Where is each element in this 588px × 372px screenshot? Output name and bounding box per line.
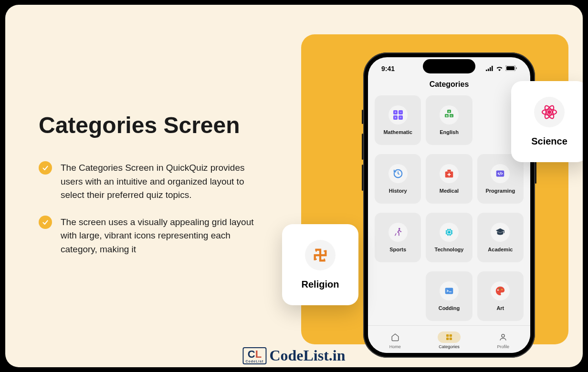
terminal-icon xyxy=(440,281,459,300)
svg-rect-27 xyxy=(448,231,450,233)
svg-point-25 xyxy=(399,228,400,230)
category-tile-mathematic[interactable]: +−×÷ Mathematic xyxy=(375,95,421,145)
grid-icon xyxy=(438,331,461,343)
svg-point-29 xyxy=(497,289,499,291)
phone-side-button xyxy=(362,165,363,191)
svg-rect-3 xyxy=(492,66,493,71)
phone-mockup: 9:41 Categories xyxy=(363,52,535,358)
category-tile-art[interactable]: Art xyxy=(477,271,524,321)
category-tile-codding[interactable]: Codding xyxy=(426,271,472,321)
category-label: History xyxy=(389,188,407,194)
svg-rect-28 xyxy=(445,288,453,294)
home-icon xyxy=(384,331,407,343)
code-icon xyxy=(491,164,510,183)
category-label: Art xyxy=(496,305,504,311)
swastika-icon xyxy=(305,240,336,270)
user-icon xyxy=(492,331,514,343)
nav-label: Home xyxy=(389,344,401,349)
svg-rect-2 xyxy=(490,67,491,71)
status-indicators xyxy=(486,65,517,72)
cap-icon xyxy=(491,223,510,242)
svg-point-36 xyxy=(502,334,504,337)
svg-rect-32 xyxy=(446,334,449,337)
svg-rect-5 xyxy=(506,66,514,70)
nav-categories[interactable]: Categories xyxy=(438,331,461,349)
svg-text:+: + xyxy=(394,111,396,114)
clock-icon xyxy=(388,164,408,183)
callout-label: Science xyxy=(531,136,567,147)
category-tile-technology[interactable]: Technology xyxy=(426,213,472,262)
nav-home[interactable]: Home xyxy=(384,331,407,349)
abc-icon: ABC xyxy=(440,105,459,124)
medkit-icon xyxy=(440,164,459,183)
chip-icon xyxy=(440,223,459,242)
callout-science: Science xyxy=(511,81,583,162)
wifi-icon xyxy=(496,65,503,72)
nav-label: Categories xyxy=(439,344,460,349)
bullet-text: The Categories Screen in QuickQuiz provi… xyxy=(61,161,261,202)
feature-bullet: The screen uses a visually appealing gri… xyxy=(39,216,296,257)
phone-side-button xyxy=(362,110,363,124)
watermark-text: CodeList.in xyxy=(269,347,345,364)
category-tile-medical[interactable]: Medical xyxy=(426,154,472,204)
svg-text:−: − xyxy=(399,111,401,114)
feature-list: The Categories Screen in QuickQuiz provi… xyxy=(39,161,296,269)
svg-rect-6 xyxy=(516,67,517,69)
battery-icon xyxy=(505,65,517,72)
page-title: Categories Screen xyxy=(39,112,296,138)
check-icon xyxy=(39,216,52,229)
category-grid: +−×÷ Mathematic ABC English Science xyxy=(368,95,530,325)
bullet-text: The screen uses a visually appealing gri… xyxy=(61,216,261,257)
svg-rect-23 xyxy=(447,170,451,172)
svg-text:B: B xyxy=(446,114,448,117)
nav-profile[interactable]: Profile xyxy=(492,331,514,349)
category-label: Technology xyxy=(435,247,464,252)
status-time: 9:41 xyxy=(381,65,395,72)
right-panel: 9:41 Categories xyxy=(315,5,583,367)
run-icon xyxy=(388,223,408,242)
svg-rect-35 xyxy=(450,338,452,340)
svg-point-30 xyxy=(499,288,501,289)
category-tile-programing[interactable]: Programing xyxy=(477,154,524,204)
category-label: Medical xyxy=(440,188,459,194)
svg-text:C: C xyxy=(451,114,452,117)
category-label: English xyxy=(440,129,459,135)
phone-side-button xyxy=(362,134,363,160)
left-panel: Categories Screen The Categories Screen … xyxy=(5,5,315,367)
svg-point-44 xyxy=(324,258,325,260)
callout-religion: Religion xyxy=(282,224,358,305)
svg-text:A: A xyxy=(448,110,450,113)
callout-label: Religion xyxy=(302,279,339,290)
dynamic-island xyxy=(423,59,475,73)
check-icon xyxy=(39,161,52,175)
math-icon: +−×÷ xyxy=(388,105,408,124)
svg-rect-1 xyxy=(488,69,489,71)
svg-text:÷: ÷ xyxy=(399,116,401,119)
bottom-nav: Home Categories Profile xyxy=(368,325,530,353)
svg-text:×: × xyxy=(394,116,396,119)
svg-point-43 xyxy=(315,258,317,260)
category-tile-english[interactable]: ABC English xyxy=(426,95,472,145)
category-tile-academic[interactable]: Academic xyxy=(477,213,524,262)
svg-rect-34 xyxy=(446,338,449,340)
nav-label: Profile xyxy=(497,344,510,349)
svg-point-31 xyxy=(502,289,503,290)
watermark-subtext: CodeList xyxy=(245,360,263,363)
svg-point-37 xyxy=(548,111,551,114)
svg-point-41 xyxy=(315,250,317,252)
category-tile-history[interactable]: History xyxy=(375,154,421,204)
category-tile-sports[interactable]: Sports xyxy=(375,213,421,262)
atom-icon xyxy=(534,97,565,127)
svg-rect-0 xyxy=(486,70,487,71)
palette-icon xyxy=(491,281,510,300)
phone-screen: 9:41 Categories xyxy=(368,57,530,353)
signal-icon xyxy=(486,65,494,72)
feature-bullet: The Categories Screen in QuickQuiz provi… xyxy=(39,161,296,202)
promo-card: Categories Screen The Categories Screen … xyxy=(5,5,583,367)
svg-point-42 xyxy=(324,250,325,252)
watermark-logo: CL CodeList xyxy=(242,347,266,364)
app-header-title: Categories xyxy=(368,75,530,95)
category-label: Academic xyxy=(488,247,513,252)
category-label: Codding xyxy=(439,305,460,311)
category-label: Sports xyxy=(389,247,406,252)
